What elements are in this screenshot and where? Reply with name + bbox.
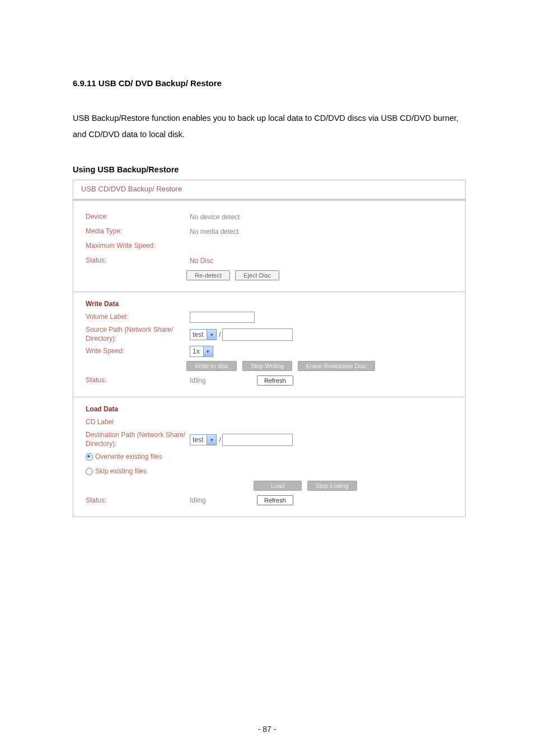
write-status-value: Idling	[190, 377, 257, 384]
status-label: Status:	[86, 256, 190, 265]
dest-share-value: test	[190, 436, 207, 444]
write-to-disc-button[interactable]: Write to disc	[186, 361, 237, 371]
source-share-select[interactable]: test ▾	[190, 329, 217, 340]
overwrite-label: Overwrite existing files	[95, 453, 162, 461]
path-separator: /	[217, 436, 222, 444]
section-heading: 6.9.11 USB CD/ DVD Backup/ Restore	[73, 78, 461, 88]
backup-restore-panel: USB CD/DVD Backup/ Restore Device: No de…	[73, 180, 466, 517]
write-data-heading: Write Data	[86, 300, 454, 308]
write-status-label: Status:	[86, 376, 190, 385]
redetect-button[interactable]: Re-detect	[186, 270, 230, 280]
eject-disc-button[interactable]: Eject Disc	[235, 270, 279, 280]
write-data-section: Write Data Volume Label: Source Path (Ne…	[73, 292, 465, 397]
chevron-down-icon: ▾	[207, 330, 216, 340]
skip-radio[interactable]	[86, 468, 93, 475]
page-number: - 87 -	[0, 725, 534, 734]
write-speed-label: Write Speed:	[86, 347, 190, 356]
erase-rewritable-button[interactable]: Erase Rewritable Disc	[298, 361, 375, 371]
stop-writing-button[interactable]: Stop Writing	[242, 361, 293, 371]
cd-label-label: CD Label	[86, 418, 190, 427]
load-button-row: Load Stop Loding	[86, 481, 454, 491]
write-speed-select[interactable]: 1x ▾	[190, 346, 213, 357]
source-path-input[interactable]	[222, 328, 293, 341]
skip-label: Skip existing files	[95, 467, 147, 475]
panel-title: USB CD/DVD Backup/ Restore	[73, 180, 465, 201]
source-path-label: Source Path (Network Share/ Directory):	[86, 326, 190, 343]
volume-label-label: Volume Label:	[86, 313, 190, 322]
volume-label-input[interactable]	[190, 312, 255, 323]
write-button-row: Write to disc Stop Writing Erase Rewrita…	[186, 361, 454, 371]
device-value: No device detect	[190, 213, 240, 221]
info-button-row: Re-detect Eject Disc	[186, 270, 454, 280]
chevron-down-icon: ▾	[203, 346, 213, 356]
stop-loading-button[interactable]: Stop Loding	[307, 481, 357, 491]
path-separator: /	[217, 331, 222, 339]
load-status-label: Status:	[86, 496, 190, 505]
write-refresh-button[interactable]: Refresh	[257, 375, 293, 386]
load-button[interactable]: Load	[254, 481, 302, 491]
write-speed-value: 1x	[190, 348, 203, 355]
load-data-heading: Load Data	[86, 405, 454, 413]
load-status-value: Idling	[190, 496, 257, 504]
media-type-label: Media Type:	[86, 227, 190, 236]
device-info-section: Device: No device detect Media Type: No …	[73, 201, 465, 292]
overwrite-option-row[interactable]: Overwrite existing files	[86, 450, 454, 463]
status-value: No Disc	[190, 257, 213, 265]
document-page: 6.9.11 USB CD/ DVD Backup/ Restore USB B…	[0, 0, 534, 756]
load-refresh-button[interactable]: Refresh	[257, 495, 293, 505]
dest-path-label: Destination Path (Network Share/ Directo…	[86, 431, 190, 448]
chevron-down-icon: ▾	[207, 435, 216, 445]
dest-share-select[interactable]: test ▾	[190, 434, 217, 445]
intro-paragraph: USB Backup/Restore function enables you …	[73, 110, 461, 143]
dest-path-input[interactable]	[222, 434, 293, 446]
skip-option-row[interactable]: Skip existing files	[86, 465, 454, 477]
max-speed-label: Maximum Write Speed:	[86, 242, 190, 251]
device-label: Device:	[86, 213, 190, 222]
overwrite-radio[interactable]	[86, 453, 93, 461]
load-data-section: Load Data CD Label Destination Path (Net…	[73, 397, 465, 516]
media-type-value: No media detect	[190, 228, 238, 236]
subsection-heading: Using USB Backup/Restore	[73, 165, 461, 174]
source-share-value: test	[190, 331, 207, 339]
